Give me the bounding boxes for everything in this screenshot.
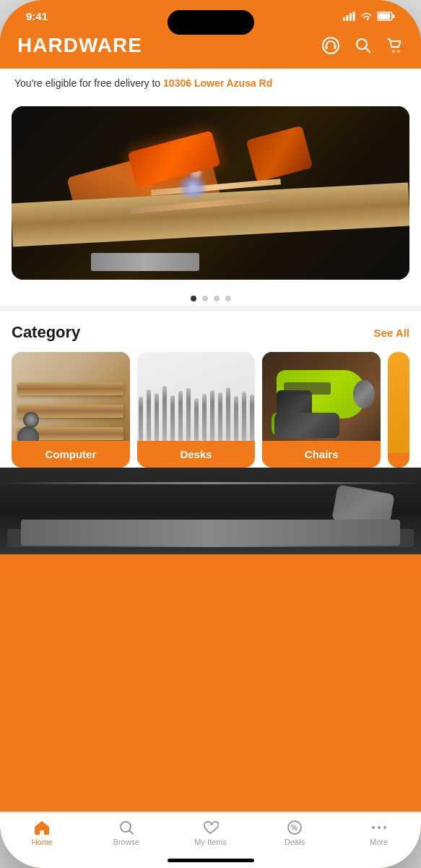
- main-content: You're eligible for free delivery to 103…: [0, 69, 421, 554]
- category-grid: Computer: [12, 352, 409, 468]
- heart-icon: [201, 820, 219, 835]
- signal-icon: [343, 12, 356, 21]
- svg-rect-8: [326, 45, 328, 49]
- category-header: Category See All: [12, 323, 409, 342]
- svg-point-13: [398, 51, 400, 53]
- carousel-dots: [0, 288, 421, 306]
- browse-icon: [118, 820, 135, 835]
- category-image-desks: [137, 352, 256, 453]
- nav-item-home[interactable]: Home: [0, 820, 84, 846]
- category-title: Category: [12, 323, 80, 342]
- svg-rect-2: [350, 13, 352, 21]
- battery-icon: [377, 12, 395, 21]
- nav-label-browse: Browse: [113, 838, 140, 846]
- search-icon[interactable]: [355, 37, 372, 54]
- delivery-address: 10306 Lower Azusa Rd: [163, 77, 272, 89]
- status-icons: [343, 12, 395, 21]
- svg-point-12: [393, 51, 395, 53]
- delivery-banner: You're eligible for free delivery to 103…: [0, 69, 421, 98]
- app-title: HARDWARE: [17, 34, 142, 57]
- svg-line-11: [366, 48, 370, 53]
- svg-line-15: [129, 831, 133, 835]
- category-image-computer: [12, 352, 130, 453]
- nav-item-browse[interactable]: Browse: [84, 820, 169, 846]
- see-all-button[interactable]: See All: [374, 327, 409, 339]
- svg-point-18: [372, 826, 375, 829]
- category-card-computer[interactable]: Computer: [12, 352, 130, 468]
- nav-item-deals[interactable]: % Deals: [253, 820, 337, 846]
- wifi-icon: [360, 12, 373, 21]
- home-indicator: [168, 859, 254, 862]
- header-icons: [321, 36, 404, 55]
- home-icon: [33, 820, 51, 835]
- category-section: Category See All Computer: [0, 311, 421, 468]
- category-card-desks[interactable]: Desks: [137, 352, 256, 468]
- carousel-image: [12, 106, 409, 280]
- carousel-dot-4[interactable]: [225, 296, 231, 301]
- category-card-chairs[interactable]: Chairs: [262, 352, 381, 468]
- carousel-container[interactable]: [0, 98, 421, 288]
- time-display: 9:41: [26, 10, 48, 22]
- phone-frame: 9:41 HARDWARE: [0, 0, 421, 868]
- nav-label-my-items: My Items: [194, 838, 227, 846]
- carousel-dot-3[interactable]: [214, 296, 220, 301]
- svg-text:%: %: [291, 824, 298, 832]
- nav-label-more: More: [370, 838, 388, 846]
- nav-label-home: Home: [32, 838, 53, 846]
- support-icon[interactable]: [321, 36, 340, 55]
- more-icon: [370, 820, 388, 835]
- delivery-text: You're eligible for free delivery to: [14, 77, 160, 89]
- category-label-computer: Computer: [12, 441, 130, 468]
- product-strip: [0, 468, 421, 554]
- cart-icon[interactable]: [386, 37, 404, 54]
- svg-rect-3: [353, 12, 355, 21]
- svg-point-7: [323, 38, 339, 53]
- carousel-dot-1[interactable]: [191, 296, 196, 301]
- svg-point-20: [383, 826, 386, 829]
- svg-rect-5: [393, 14, 395, 18]
- dynamic-island: [168, 10, 254, 35]
- svg-rect-1: [347, 15, 349, 21]
- nav-label-deals: Deals: [285, 838, 305, 846]
- svg-rect-9: [334, 45, 337, 49]
- category-label-desks: Desks: [137, 441, 256, 468]
- carousel-dot-2[interactable]: [202, 296, 208, 301]
- nav-item-more[interactable]: More: [337, 820, 421, 846]
- hero-image: [12, 106, 409, 280]
- category-label-chairs: Chairs: [262, 441, 381, 468]
- category-card-more-partial[interactable]: [388, 352, 409, 468]
- category-image-chairs: [262, 352, 381, 453]
- deals-icon: %: [286, 820, 303, 835]
- svg-rect-0: [343, 17, 345, 21]
- svg-point-19: [378, 826, 381, 829]
- svg-rect-6: [378, 14, 391, 20]
- nav-item-my-items[interactable]: My Items: [168, 820, 253, 846]
